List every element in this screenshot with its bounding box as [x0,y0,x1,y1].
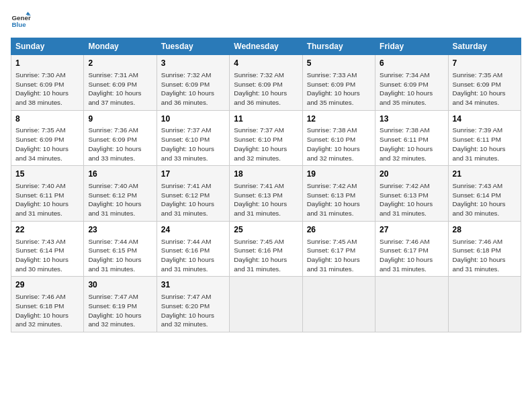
day-number: 13 [380,113,443,125]
day-number: 10 [161,113,225,125]
day-info: Sunrise: 7:40 AM Sunset: 6:11 PM Dayligh… [15,181,79,218]
calendar-cell: 1Sunrise: 7:30 AM Sunset: 6:09 PM Daylig… [11,55,84,111]
calendar-cell: 27Sunrise: 7:46 AM Sunset: 6:17 PM Dayli… [375,221,448,277]
header-day: Tuesday [157,38,229,55]
day-info: Sunrise: 7:30 AM Sunset: 6:09 PM Dayligh… [15,71,79,107]
calendar-cell: 18Sunrise: 7:41 AM Sunset: 6:13 PM Dayli… [230,166,302,222]
logo-icon: General Blue [11,11,31,31]
calendar-cell: 29Sunrise: 7:46 AM Sunset: 6:18 PM Dayli… [11,277,84,332]
header-day: Thursday [302,38,375,55]
calendar-cell: 16Sunrise: 7:40 AM Sunset: 6:12 PM Dayli… [84,166,157,222]
calendar-table: SundayMondayTuesdayWednesdayThursdayFrid… [11,38,521,332]
calendar-cell: 28Sunrise: 7:46 AM Sunset: 6:18 PM Dayli… [448,221,521,277]
calendar-cell: 7Sunrise: 7:35 AM Sunset: 6:09 PM Daylig… [448,55,521,111]
svg-text:Blue: Blue [12,21,27,28]
header: General Blue [11,11,521,31]
day-info: Sunrise: 7:47 AM Sunset: 6:20 PM Dayligh… [161,292,225,329]
day-number: 5 [307,58,371,69]
calendar-cell: 12Sunrise: 7:38 AM Sunset: 6:10 PM Dayli… [302,110,375,166]
day-info: Sunrise: 7:37 AM Sunset: 6:10 PM Dayligh… [161,126,225,163]
calendar-cell: 20Sunrise: 7:42 AM Sunset: 6:13 PM Dayli… [375,166,448,222]
day-number: 25 [234,224,298,236]
day-number: 23 [88,224,152,236]
day-info: Sunrise: 7:44 AM Sunset: 6:15 PM Dayligh… [88,237,152,274]
day-info: Sunrise: 7:39 AM Sunset: 6:11 PM Dayligh… [453,126,517,163]
day-number: 15 [15,169,79,180]
day-number: 6 [380,58,443,69]
day-info: Sunrise: 7:42 AM Sunset: 6:13 PM Dayligh… [380,181,443,218]
calendar-cell: 14Sunrise: 7:39 AM Sunset: 6:11 PM Dayli… [448,110,521,166]
day-number: 8 [15,113,79,125]
day-info: Sunrise: 7:45 AM Sunset: 6:16 PM Dayligh… [234,237,298,274]
day-info: Sunrise: 7:44 AM Sunset: 6:16 PM Dayligh… [161,237,225,274]
day-info: Sunrise: 7:47 AM Sunset: 6:19 PM Dayligh… [88,292,152,329]
day-info: Sunrise: 7:46 AM Sunset: 6:17 PM Dayligh… [380,237,443,274]
calendar-cell: 10Sunrise: 7:37 AM Sunset: 6:10 PM Dayli… [157,110,229,166]
day-info: Sunrise: 7:46 AM Sunset: 6:18 PM Dayligh… [15,292,79,329]
calendar-cell: 13Sunrise: 7:38 AM Sunset: 6:11 PM Dayli… [375,110,448,166]
day-number: 14 [453,113,517,125]
day-number: 29 [15,279,79,291]
day-number: 24 [161,224,225,236]
day-info: Sunrise: 7:45 AM Sunset: 6:17 PM Dayligh… [307,237,371,274]
day-info: Sunrise: 7:35 AM Sunset: 6:09 PM Dayligh… [453,71,517,107]
calendar-cell: 21Sunrise: 7:43 AM Sunset: 6:14 PM Dayli… [448,166,521,222]
calendar-cell: 4Sunrise: 7:32 AM Sunset: 6:09 PM Daylig… [230,55,302,111]
day-number: 11 [234,113,298,125]
day-info: Sunrise: 7:32 AM Sunset: 6:09 PM Dayligh… [234,71,298,107]
header-day: Saturday [448,38,521,55]
day-number: 3 [161,58,225,69]
day-number: 20 [380,169,443,180]
day-info: Sunrise: 7:43 AM Sunset: 6:14 PM Dayligh… [453,181,517,218]
calendar-cell: 24Sunrise: 7:44 AM Sunset: 6:16 PM Dayli… [157,221,229,277]
day-info: Sunrise: 7:35 AM Sunset: 6:09 PM Dayligh… [15,126,79,163]
calendar-cell: 31Sunrise: 7:47 AM Sunset: 6:20 PM Dayli… [157,277,229,332]
calendar-cell: 6Sunrise: 7:34 AM Sunset: 6:09 PM Daylig… [375,55,448,111]
calendar-cell: 17Sunrise: 7:41 AM Sunset: 6:12 PM Dayli… [157,166,229,222]
day-number: 27 [380,224,443,236]
calendar-cell: 9Sunrise: 7:36 AM Sunset: 6:09 PM Daylig… [84,110,157,166]
day-info: Sunrise: 7:46 AM Sunset: 6:18 PM Dayligh… [453,237,517,274]
day-number: 22 [15,224,79,236]
day-number: 26 [307,224,371,236]
calendar-cell: 19Sunrise: 7:42 AM Sunset: 6:13 PM Dayli… [302,166,375,222]
calendar-cell: 5Sunrise: 7:33 AM Sunset: 6:09 PM Daylig… [302,55,375,111]
calendar-cell [375,277,448,332]
calendar-row: 22Sunrise: 7:43 AM Sunset: 6:14 PM Dayli… [11,221,521,277]
header-day: Wednesday [230,38,302,55]
calendar-cell [302,277,375,332]
day-number: 1 [15,58,79,69]
day-info: Sunrise: 7:34 AM Sunset: 6:09 PM Dayligh… [380,71,443,107]
calendar-row: 15Sunrise: 7:40 AM Sunset: 6:11 PM Dayli… [11,166,521,222]
day-number: 4 [234,58,298,69]
day-info: Sunrise: 7:41 AM Sunset: 6:12 PM Dayligh… [161,181,225,218]
calendar-cell: 3Sunrise: 7:32 AM Sunset: 6:09 PM Daylig… [157,55,229,111]
day-info: Sunrise: 7:43 AM Sunset: 6:14 PM Dayligh… [15,237,79,274]
calendar-cell [448,277,521,332]
calendar-header: SundayMondayTuesdayWednesdayThursdayFrid… [11,38,521,55]
calendar-cell [230,277,302,332]
header-day: Friday [375,38,448,55]
day-number: 21 [453,169,517,180]
day-number: 16 [88,169,152,180]
day-number: 28 [453,224,517,236]
header-row: SundayMondayTuesdayWednesdayThursdayFrid… [11,38,521,55]
day-number: 7 [453,58,517,69]
day-info: Sunrise: 7:31 AM Sunset: 6:09 PM Dayligh… [88,71,152,107]
calendar-cell: 8Sunrise: 7:35 AM Sunset: 6:09 PM Daylig… [11,110,84,166]
calendar-cell: 2Sunrise: 7:31 AM Sunset: 6:09 PM Daylig… [84,55,157,111]
calendar-page: General Blue SundayMondayTuesdayWednesda… [0,0,532,411]
calendar-row: 29Sunrise: 7:46 AM Sunset: 6:18 PM Dayli… [11,277,521,332]
calendar-cell: 11Sunrise: 7:37 AM Sunset: 6:10 PM Dayli… [230,110,302,166]
header-day: Sunday [11,38,84,55]
day-number: 18 [234,169,298,180]
day-info: Sunrise: 7:38 AM Sunset: 6:11 PM Dayligh… [380,126,443,163]
calendar-cell: 25Sunrise: 7:45 AM Sunset: 6:16 PM Dayli… [230,221,302,277]
calendar-row: 8Sunrise: 7:35 AM Sunset: 6:09 PM Daylig… [11,110,521,166]
day-number: 9 [88,113,152,125]
calendar-cell: 22Sunrise: 7:43 AM Sunset: 6:14 PM Dayli… [11,221,84,277]
day-info: Sunrise: 7:33 AM Sunset: 6:09 PM Dayligh… [307,71,371,107]
day-info: Sunrise: 7:32 AM Sunset: 6:09 PM Dayligh… [161,71,225,107]
day-info: Sunrise: 7:42 AM Sunset: 6:13 PM Dayligh… [307,181,371,218]
day-number: 17 [161,169,225,180]
